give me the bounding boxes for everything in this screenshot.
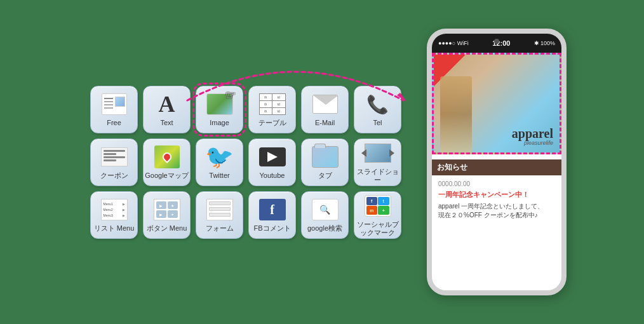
news-date: 0000.00.00 (438, 180, 555, 187)
maps-label: Googleマップ (145, 172, 188, 180)
slideshow-icon (365, 140, 391, 166)
table-icon: th td th td th td (259, 91, 286, 118)
text-icon: A (154, 91, 180, 118)
coupon-icon (101, 144, 128, 170)
main-container: Free A Text ☞ Image (0, 0, 644, 324)
list-menu-label: リスト Menu (94, 224, 135, 233)
google-search-button[interactable]: 🔍 google検索 (301, 191, 349, 239)
free-icon (101, 91, 128, 118)
form-label: フォーム (206, 224, 234, 233)
text-button[interactable]: A Text (143, 86, 191, 133)
bluetooth-icon: ✱ (534, 40, 539, 46)
youtube-icon (259, 144, 286, 170)
table-label: テーブル (258, 119, 286, 127)
form-button[interactable]: フォーム (196, 191, 243, 239)
phone-frame: ●●●●○ WiFi 12:00 ✱ 100% apparel pleasure… (427, 29, 567, 295)
image-button[interactable]: ☞ Image (196, 86, 243, 133)
fb-comment-label: FBコメント (253, 224, 290, 233)
social-button[interactable]: f t m + ソーシャルブックマーク (354, 191, 401, 239)
maps-icon (154, 144, 180, 170)
image-label: Image (210, 119, 229, 127)
hero-text: apparel pleasurelife (512, 127, 553, 146)
youtube-button[interactable]: Youtube (248, 138, 296, 186)
text-label: Text (160, 119, 173, 127)
google-search-icon: 🔍 (312, 196, 339, 223)
tab-icon (312, 144, 339, 170)
icon-grid: Free A Text ☞ Image (77, 73, 414, 252)
slideshow-label: スライドショー (354, 168, 401, 184)
email-icon (312, 91, 339, 118)
list-menu-button[interactable]: Menu1 ▶ Menu2 ▶ Menu3 ▶ リスト Menu (90, 191, 138, 239)
form-icon (206, 196, 233, 223)
email-button[interactable]: E-Mail (301, 86, 349, 133)
free-label: Free (107, 119, 121, 127)
cursor-icon: ☞ (225, 88, 236, 102)
hero-subtitle: pleasurelife (512, 140, 553, 146)
hero-brand: apparel (512, 127, 553, 140)
slideshow-button[interactable]: スライドショー (354, 138, 401, 186)
youtube-label: Youtube (260, 172, 285, 180)
icon-row-1: Free A Text ☞ Image (90, 86, 401, 133)
coupon-button[interactable]: クーポン (90, 138, 138, 186)
tel-label: Tel (373, 119, 382, 127)
maps-button[interactable]: Googleマップ (143, 138, 191, 186)
news-title: 一周年記念キャンペーン中！ (438, 190, 555, 199)
btn-menu-button[interactable]: ▶ ★ ▶ ✦ ボタン Menu (143, 191, 191, 239)
fb-comment-button[interactable]: f FBコメント (248, 191, 296, 239)
icon-row-2: クーポン Googleマップ 🐦 Twitter (90, 138, 401, 186)
tel-icon: 📞 (365, 91, 391, 118)
fb-comment-icon: f (259, 196, 286, 223)
image-icon: ☞ (206, 91, 233, 118)
social-label: ソーシャルブックマーク (354, 220, 401, 237)
table-button[interactable]: th td th td th td テーブル (248, 86, 296, 133)
phone-hero: apparel pleasurelife (432, 53, 561, 154)
news-header: お知らせ (432, 159, 561, 175)
free-button[interactable]: Free (90, 86, 138, 133)
tab-label: タブ (318, 172, 332, 180)
list-menu-icon: Menu1 ▶ Menu2 ▶ Menu3 ▶ (101, 196, 128, 223)
battery-status: ✱ 100% (534, 40, 555, 46)
email-label: E-Mail (315, 119, 335, 127)
btn-menu-icon: ▶ ★ ▶ ✦ (154, 196, 180, 223)
news-body: apparel 一周年記念といたしまして、 現在２０%OFF クーポンを配布中♪ (438, 202, 555, 220)
icon-row-3: Menu1 ▶ Menu2 ▶ Menu3 ▶ リスト Menu (90, 191, 401, 239)
twitter-button[interactable]: 🐦 Twitter (196, 138, 243, 186)
phone-news-section: お知らせ 0000.00.00 一周年記念キャンペーン中！ apparel 一周… (432, 154, 561, 225)
tel-button[interactable]: 📞 Tel (354, 86, 401, 133)
phone-section: ●●●●○ WiFi 12:00 ✱ 100% apparel pleasure… (427, 29, 567, 295)
tab-button[interactable]: タブ (301, 138, 349, 186)
coupon-label: クーポン (100, 172, 128, 180)
twitter-icon: 🐦 (206, 144, 233, 170)
twitter-label: Twitter (209, 172, 229, 180)
btn-menu-label: ボタン Menu (147, 224, 187, 233)
signal-status: ●●●●○ WiFi (438, 40, 469, 46)
phone-content: apparel pleasurelife お知らせ 0000.00.00 一周年… (432, 53, 561, 290)
phone-camera (494, 39, 499, 44)
google-search-label: google検索 (307, 224, 342, 233)
social-icon: f t m + (365, 192, 391, 219)
